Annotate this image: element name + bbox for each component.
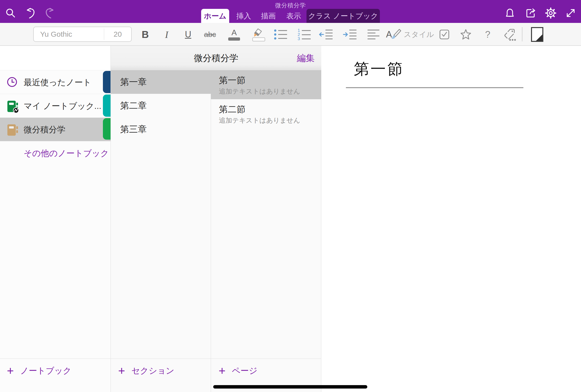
undo-icon[interactable]: [24, 8, 35, 19]
styles-button[interactable]: A スタイル: [386, 25, 434, 44]
tab-class-notebook[interactable]: クラス ノートブック: [307, 9, 380, 23]
page-title[interactable]: 第一節: [354, 58, 404, 79]
page-item-section2[interactable]: 第二節 追加テキストはありません: [211, 99, 321, 128]
font-color-swatch: [228, 38, 240, 41]
plus-icon: +: [219, 365, 225, 377]
edit-button[interactable]: 編集: [297, 46, 315, 70]
page-item-section1[interactable]: 第一節 追加テキストはありません: [211, 70, 321, 99]
svg-text:3: 3: [298, 36, 300, 41]
notebooks-panel: 最近使ったノート マイ ノートブック... 微分積分学 そ: [0, 46, 111, 392]
highlighter-button[interactable]: [250, 25, 267, 44]
top-app-bar: 微分積分学 ホーム 挿入 描画 表示 クラス ノートブック: [0, 0, 581, 23]
share-icon[interactable]: [525, 8, 537, 19]
plus-icon: +: [7, 365, 14, 377]
home-indicator[interactable]: [213, 385, 367, 388]
notebook-color-tab-blue: [103, 71, 110, 93]
todo-tag-button[interactable]: [436, 25, 453, 44]
sections-panel: 第一章 第二章 第三章: [111, 46, 211, 392]
tab-home[interactable]: ホーム: [201, 9, 229, 23]
font-size-value[interactable]: 20: [104, 27, 131, 41]
formatting-toolbar: Yu Gothic 20 B I U abc A 123: [0, 23, 581, 46]
footer-divider: [0, 358, 321, 359]
settings-icon[interactable]: [545, 8, 556, 19]
notebook-color-tab-teal: [103, 94, 110, 117]
notebook-tan-icon: [6, 124, 19, 136]
font-color-button[interactable]: A: [225, 25, 243, 44]
section-item-chapter2[interactable]: 第二章: [111, 94, 211, 118]
notebook-color-tab-green: [103, 118, 110, 140]
sidebar-header-space: [0, 46, 110, 70]
tab-view[interactable]: 表示: [283, 9, 305, 23]
notifications-icon[interactable]: [504, 8, 516, 19]
document-title: 微分積分学: [241, 2, 340, 9]
add-notebook-button[interactable]: + ノートブック: [7, 363, 71, 378]
add-page-button[interactable]: + ページ: [219, 363, 257, 378]
plus-icon: +: [118, 365, 125, 377]
underline-button[interactable]: U: [179, 25, 197, 44]
notebook-panel-header: 微分積分学 編集: [111, 46, 321, 70]
resize-icon[interactable]: [565, 8, 576, 19]
tab-insert[interactable]: 挿入: [233, 9, 255, 23]
tab-draw[interactable]: 描画: [257, 9, 279, 23]
outdent-button[interactable]: [317, 25, 335, 44]
more-tags-button[interactable]: [501, 25, 518, 44]
star-tag-button[interactable]: [457, 25, 475, 44]
alignment-button[interactable]: [365, 25, 382, 44]
indent-button[interactable]: [341, 25, 359, 44]
italic-button[interactable]: I: [158, 25, 175, 44]
sidebar-item-recent-notes[interactable]: 最近使ったノート: [0, 70, 110, 94]
toolbar-divider: [522, 27, 523, 41]
section-item-chapter1[interactable]: 第一章: [111, 70, 211, 94]
sidebar-item-my-notebooks[interactable]: マイ ノートブック...: [0, 94, 110, 118]
search-icon[interactable]: [5, 8, 16, 19]
page-canvas[interactable]: 第一節: [321, 46, 581, 392]
add-section-button[interactable]: + セクション: [118, 363, 174, 378]
font-picker[interactable]: Yu Gothic 20: [33, 26, 132, 42]
numbered-list-button[interactable]: 123: [296, 25, 313, 44]
strikethrough-button[interactable]: abc: [201, 25, 219, 44]
page-view-button[interactable]: [528, 25, 546, 44]
sidebar-item-calculus-notebook[interactable]: 微分積分学: [0, 118, 110, 141]
bullet-list-button[interactable]: [272, 25, 290, 44]
font-name-value[interactable]: Yu Gothic: [40, 27, 72, 41]
clock-icon: [6, 76, 19, 89]
sidebar-item-more-notebooks[interactable]: その他のノートブック: [0, 141, 110, 165]
notebook-green-sync-icon: [6, 100, 19, 112]
page-title-underline: [346, 87, 523, 88]
help-tag-button[interactable]: ?: [479, 25, 497, 44]
brush-icon: [391, 29, 401, 40]
section-item-chapter3[interactable]: 第三章: [111, 118, 211, 141]
redo-icon[interactable]: [45, 8, 56, 19]
pages-panel: 第一節 追加テキストはありません 第二節 追加テキストはありません: [211, 46, 321, 392]
bold-button[interactable]: B: [136, 25, 154, 44]
notebook-panel-title: 微分積分学: [111, 46, 321, 70]
